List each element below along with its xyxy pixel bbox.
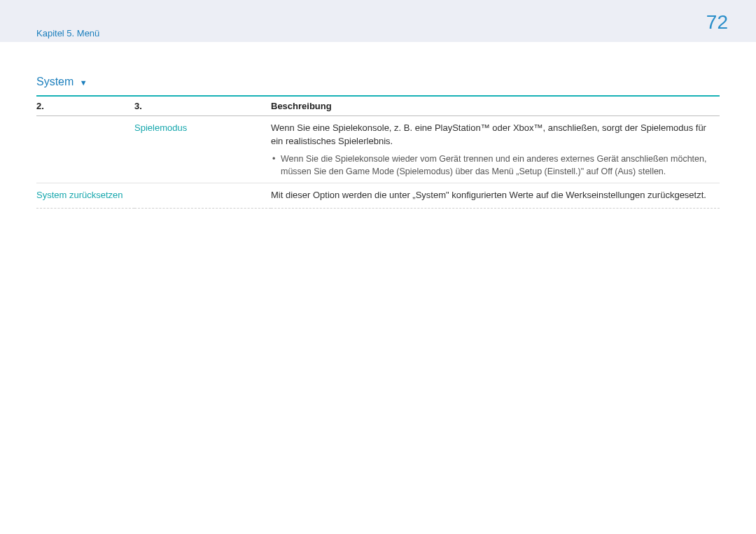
table-row: System zurücksetzen Mit dieser Option we… bbox=[36, 183, 720, 209]
page-content: System ▼ 2. 3. Beschreibung Spielemodus … bbox=[0, 42, 756, 209]
table-header-col2: 3. bbox=[134, 96, 271, 116]
table-row: Spielemodus Wenn Sie eine Spielekonsole,… bbox=[36, 116, 720, 183]
table-header-col3: Beschreibung bbox=[271, 96, 720, 116]
system-table: 2. 3. Beschreibung Spielemodus Wenn Sie … bbox=[36, 95, 720, 209]
section-title-text: System bbox=[36, 76, 74, 87]
row1-bullet-list: Wenn Sie die Spielekonsole wieder vom Ge… bbox=[271, 150, 715, 179]
section-title: System ▼ bbox=[36, 76, 720, 88]
table-header-row: 2. 3. Beschreibung bbox=[36, 96, 720, 116]
chapter-label: Kapitel 5. Menü bbox=[36, 28, 99, 38]
row1-description-text: Wenn Sie eine Spielekonsole, z. B. eine … bbox=[271, 122, 715, 148]
table-header-col1: 2. bbox=[36, 96, 134, 116]
row1-col3: Wenn Sie eine Spielekonsole, z. B. eine … bbox=[271, 116, 720, 183]
row1-col1 bbox=[36, 116, 134, 183]
dropdown-indicator-icon: ▼ bbox=[80, 78, 88, 87]
row2-col1: System zurücksetzen bbox=[36, 183, 271, 209]
row2-col3: Mit dieser Option werden die unter „Syst… bbox=[271, 183, 720, 209]
row1-col2: Spielemodus bbox=[134, 116, 271, 183]
row2-description-text: Mit dieser Option werden die unter „Syst… bbox=[271, 189, 715, 202]
page-header: Kapitel 5. Menü 72 bbox=[0, 0, 756, 42]
row1-bullet-item: Wenn Sie die Spielekonsole wieder vom Ge… bbox=[271, 153, 715, 179]
page-number: 72 bbox=[706, 11, 728, 34]
